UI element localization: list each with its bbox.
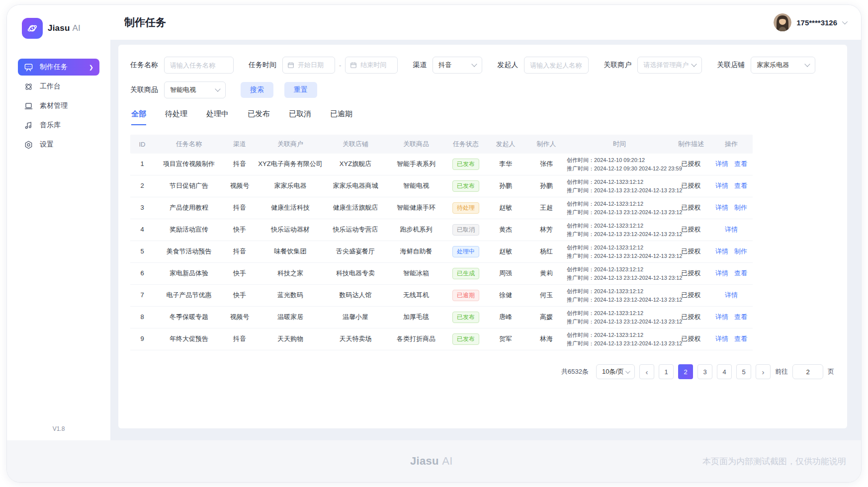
tab-1[interactable]: 待处理 [165, 109, 187, 125]
prev-page-button[interactable]: ‹ [639, 364, 654, 379]
cell: 智能冰箱 [386, 269, 446, 278]
status-badge: 已发布 [452, 312, 479, 323]
cell: 数码达人馆 [325, 291, 386, 300]
page-button-1[interactable]: 1 [659, 364, 674, 379]
actions-cell: 详情查看 [710, 182, 753, 190]
action-link[interactable]: 详情 [715, 204, 728, 211]
cell: 项目宣传视频制作 [154, 160, 224, 168]
topbar: 制作任务 175****3126 [110, 5, 861, 40]
chevron-down-icon [842, 19, 848, 24]
channel-select[interactable]: 抖音 [433, 57, 482, 74]
cell: 节日促销广告 [154, 182, 224, 190]
task-name-input[interactable] [164, 57, 234, 74]
cell: 奖励活动宣传 [154, 226, 224, 234]
cell: 何玉 [526, 291, 567, 300]
cell: 温暖家居 [256, 313, 325, 322]
action-link[interactable]: 制作 [734, 247, 747, 255]
column-header: 渠道 [224, 140, 256, 149]
desc-cell: 已授权 [672, 335, 710, 343]
page-button-5[interactable]: 5 [736, 364, 751, 379]
merchant-label: 关联商户 [604, 61, 631, 70]
cell: 科技之家 [256, 269, 325, 278]
chevron-down-icon [625, 369, 630, 374]
channel-label: 渠道 [413, 61, 427, 70]
task-time-label: 任务时间 [249, 61, 276, 70]
cell: 冬季保暖专题 [154, 313, 224, 322]
action-link[interactable]: 详情 [715, 182, 728, 189]
actions-cell: 详情查看 [710, 335, 753, 343]
status-badge: 已发布 [452, 180, 479, 192]
status-badge: 已逾期 [452, 290, 479, 301]
page-button-4[interactable]: 4 [717, 364, 732, 379]
action-link[interactable]: 详情 [715, 160, 728, 167]
status-badge: 已发布 [452, 333, 479, 345]
action-link[interactable]: 详情 [715, 335, 728, 342]
tab-3[interactable]: 已发布 [248, 109, 270, 125]
actions-cell: 详情 [710, 291, 753, 300]
action-link[interactable]: 详情 [715, 247, 728, 255]
status-badge: 已取消 [452, 224, 479, 236]
task-name-label: 任务名称 [130, 61, 158, 70]
calendar-icon [287, 62, 294, 69]
desc-cell: 已授权 [672, 160, 710, 168]
page-button-2[interactable]: 2 [678, 364, 693, 379]
column-header: 发起人 [485, 140, 526, 149]
action-link[interactable]: 详情 [715, 269, 728, 277]
goto-page-input[interactable] [792, 364, 823, 379]
tab-2[interactable]: 处理中 [206, 109, 229, 125]
merchant-select[interactable]: 请选择管理商户 [637, 57, 702, 74]
status-cell: 已逾期 [446, 290, 485, 301]
action-link[interactable]: 详情 [725, 291, 738, 299]
table-row: 9年终大促预告抖音天天购物天天特卖场各类打折商品已发布贺军林海创作时间：2024… [130, 328, 753, 350]
desc-cell: 已授权 [672, 204, 710, 212]
action-link[interactable]: 查看 [734, 269, 747, 277]
cell: 抖音 [224, 160, 256, 168]
action-link[interactable]: 查看 [734, 182, 747, 189]
store-select[interactable]: 家家乐电器 [751, 57, 815, 74]
product-select[interactable]: 智能电视 [164, 81, 226, 98]
sidebar-item-music-library[interactable]: 音乐库❯ [18, 117, 99, 134]
actions-cell: 详情 [710, 226, 753, 234]
cell: 快手 [224, 291, 256, 300]
cell: 智能手表系列 [386, 160, 446, 168]
page-size-select[interactable]: 10条/页 [596, 364, 635, 379]
time-cell: 创作时间：2024-12-1323:12:12推广时间：2024-12-13 2… [567, 265, 672, 282]
action-link[interactable]: 制作 [734, 204, 747, 211]
tab-4[interactable]: 已取消 [289, 109, 311, 125]
status-cell: 已发布 [446, 312, 485, 323]
tab-5[interactable]: 已逾期 [330, 109, 352, 125]
end-date-input[interactable]: 结束时间 [345, 57, 398, 74]
cell: 5 [130, 247, 154, 256]
music-icon [24, 121, 34, 130]
start-date-input[interactable]: 开始日期 [282, 57, 335, 74]
user-menu[interactable]: 175****3126 [774, 13, 846, 31]
column-header: 任务名称 [154, 140, 224, 149]
sidebar-item-workbench[interactable]: 工作台❯ [18, 78, 99, 95]
cell: 黄莉 [526, 269, 567, 278]
app-window: Jiasu AI 制作任务❯工作台❯素材管理❯音乐库❯设置❯ V1.8 制作任务 [7, 5, 861, 482]
action-link[interactable]: 详情 [715, 313, 728, 321]
search-button[interactable]: 搜索 [241, 82, 273, 98]
initiator-input[interactable] [524, 57, 589, 74]
cell: 智能健康手环 [386, 204, 446, 212]
reset-button[interactable]: 重置 [284, 82, 317, 98]
filter-row-2: 关联商品 智能电视 搜索 重置 [130, 81, 835, 98]
sidebar-item-material-management[interactable]: 素材管理❯ [18, 97, 99, 114]
sidebar-item-production-tasks[interactable]: 制作任务❯ [18, 59, 99, 76]
action-link[interactable]: 查看 [734, 160, 747, 167]
action-link[interactable]: 详情 [725, 226, 738, 233]
action-link[interactable]: 查看 [734, 335, 747, 342]
page-button-3[interactable]: 3 [697, 364, 712, 379]
task-card: 任务名称 任务时间 开始日期 - [118, 45, 847, 428]
action-link[interactable]: 查看 [734, 313, 747, 321]
cell: 跑步机系列 [386, 226, 446, 234]
actions-cell: 详情查看 [710, 269, 753, 278]
next-page-button[interactable]: › [756, 364, 771, 379]
status-cell: 已取消 [446, 224, 485, 236]
cell: 7 [130, 291, 154, 300]
sidebar-item-settings[interactable]: 设置❯ [18, 136, 99, 153]
filter-row-1: 任务名称 任务时间 开始日期 - [130, 57, 835, 74]
time-cell: 创作时间：2024-12-1323:12:12推广时间：2024-12-13 2… [567, 199, 672, 217]
tab-0[interactable]: 全部 [131, 109, 146, 125]
table-row: 8冬季保暖专题视频号温暖家居温馨小屋加厚毛毯已发布唐峰高媛创作时间：2024-1… [130, 307, 753, 328]
